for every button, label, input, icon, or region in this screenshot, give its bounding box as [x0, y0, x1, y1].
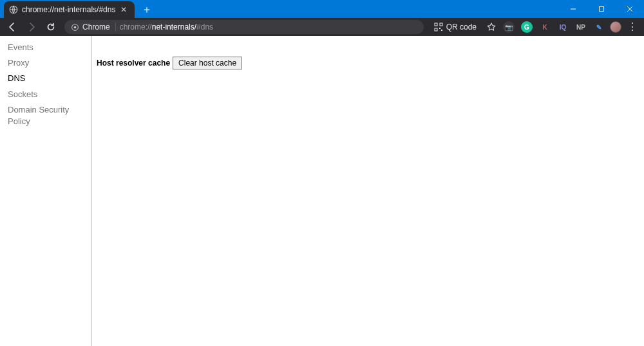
maximize-button[interactable] [587, 0, 616, 18]
site-chip-label: Chrome [82, 23, 110, 32]
qr-icon [434, 23, 443, 32]
net-internals-main: Host resolver cache Clear host cache [91, 36, 644, 346]
browser-tab[interactable]: chrome://net-internals/#dns ✕ [4, 1, 135, 18]
kebab-icon: ⋮ [627, 22, 638, 32]
net-internals-sidebar: EventsProxyDNSSocketsDomain Security Pol… [0, 36, 91, 346]
iq-extension-icon[interactable]: IQ [555, 19, 571, 35]
window-titlebar: chrome://net-internals/#dns ✕ ＋ [0, 0, 644, 18]
toolbar-right: QR code 📷GKIQNP✎ ⋮ [429, 19, 640, 35]
svg-rect-10 [439, 28, 440, 29]
np-extension-icon[interactable]: NP [573, 19, 589, 35]
clear-host-cache-button[interactable]: Clear host cache [173, 57, 242, 69]
pen-extension-icon[interactable]: ✎ [591, 19, 607, 35]
svg-rect-2 [600, 7, 604, 12]
camera-icon[interactable]: 📷 [501, 19, 516, 35]
close-window-button[interactable] [616, 0, 644, 18]
grammarly-icon-glyph: G [521, 21, 533, 33]
host-resolver-row: Host resolver cache Clear host cache [97, 57, 644, 69]
svg-rect-9 [435, 28, 437, 31]
tab-strip: chrome://net-internals/#dns ✕ ＋ [0, 0, 559, 18]
profile-avatar[interactable] [608, 19, 623, 35]
k-extension-icon-glyph: K [539, 21, 551, 33]
url-hash: #dns [196, 23, 213, 32]
sidebar-item-dns[interactable]: DNS [5, 71, 91, 86]
back-button[interactable] [4, 19, 21, 35]
svg-rect-7 [435, 23, 437, 26]
sidebar-item-events[interactable]: Events [5, 40, 91, 55]
site-info-chip[interactable]: Chrome [71, 23, 116, 32]
host-resolver-label: Host resolver cache [97, 59, 170, 68]
qr-code-button[interactable]: QR code [429, 23, 482, 32]
browser-menu-button[interactable]: ⋮ [625, 19, 640, 35]
sidebar-item-domain-security-policy[interactable]: Domain Security Policy [5, 102, 91, 129]
svg-rect-8 [440, 23, 442, 26]
star-icon [486, 22, 497, 32]
url-prefix: chrome:// [120, 23, 152, 32]
page-content: EventsProxyDNSSocketsDomain Security Pol… [0, 36, 644, 346]
iq-extension-icon-glyph: IQ [557, 21, 569, 33]
sidebar-item-proxy[interactable]: Proxy [5, 55, 91, 71]
new-tab-button[interactable]: ＋ [138, 1, 155, 18]
grammarly-icon[interactable]: G [519, 19, 535, 35]
minimize-button[interactable] [559, 0, 587, 18]
k-extension-icon[interactable]: K [537, 19, 553, 35]
url-host: net-internals/ [152, 23, 196, 32]
sidebar-item-sockets[interactable]: Sockets [5, 87, 91, 102]
avatar [610, 21, 621, 33]
url-text: chrome://net-internals/#dns [120, 23, 417, 32]
qr-label: QR code [446, 23, 477, 32]
globe-icon [9, 5, 18, 14]
address-bar[interactable]: Chrome chrome://net-internals/#dns [64, 20, 424, 34]
camera-icon-glyph: 📷 [503, 21, 515, 33]
reload-button[interactable] [43, 19, 59, 35]
tab-title: chrome://net-internals/#dns [22, 5, 115, 14]
browser-toolbar: Chrome chrome://net-internals/#dns QR co… [0, 18, 644, 36]
np-extension-icon-glyph: NP [575, 21, 587, 33]
extensions-area: 📷GKIQNP✎ [501, 19, 607, 35]
close-icon[interactable]: ✕ [119, 5, 128, 14]
pen-extension-icon-glyph: ✎ [593, 21, 605, 33]
bookmark-button[interactable] [483, 19, 500, 35]
svg-rect-11 [441, 30, 442, 31]
chrome-icon [71, 23, 79, 32]
forward-button[interactable] [23, 19, 40, 35]
window-controls [559, 0, 644, 18]
svg-point-6 [74, 26, 77, 28]
